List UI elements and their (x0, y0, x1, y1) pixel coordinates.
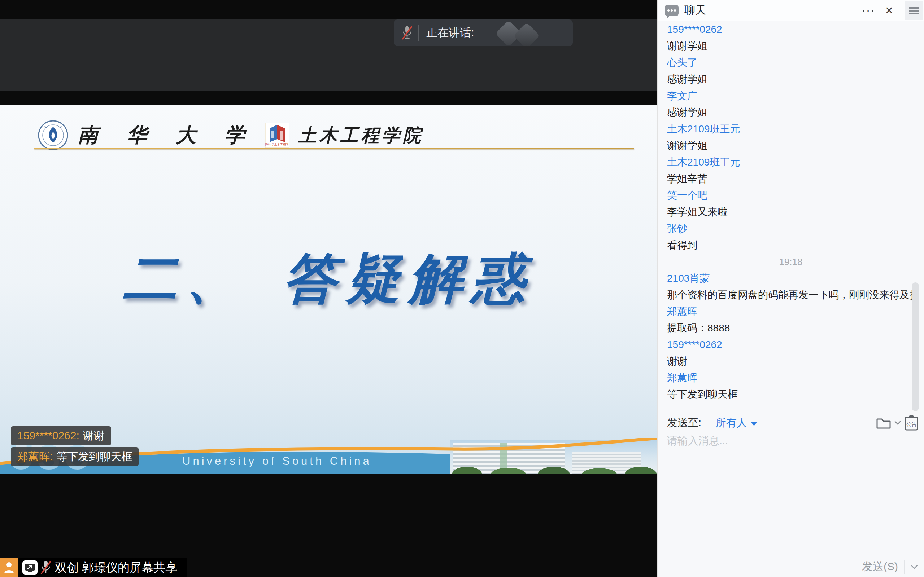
send-button[interactable]: 发送(S) (862, 559, 898, 574)
chat-message-text: 提取码：8888 (667, 320, 914, 337)
chat-sender-name: 土木2109班王元 (667, 121, 914, 137)
slide-header: 南 华 大 学 南华大学土木工程学院 土木工程学院 (37, 120, 424, 151)
chat-sender-name: 郑蕙晖 (667, 370, 914, 386)
slide-title: 二、答疑解惑 (0, 243, 657, 316)
chat-message-text: 感谢学姐 (667, 71, 914, 88)
screen-share-indicator: 双创 郭璟仪的屏幕共享 (0, 558, 187, 577)
overlay-chat-bubble: 郑蕙晖:等下发到聊天框 (11, 447, 139, 466)
divider (904, 560, 905, 574)
chat-message-text: 那个资料的百度网盘的码能再发一下吗，刚刚没来得及扫 (667, 287, 914, 303)
chat-sender-name: 2103肖蒙 (667, 270, 914, 287)
speaking-label: 正在讲话: (426, 25, 474, 40)
chat-message-list[interactable]: 159****0262谢谢学姐心头了感谢学姐李文广感谢学姐土木2109班王元谢谢… (657, 21, 924, 409)
chat-sender-name: 心头了 (667, 55, 914, 71)
chat-message-text: 谢谢 (667, 353, 914, 370)
chat-message-text: 李学姐又来啦 (667, 204, 914, 220)
close-button[interactable]: × (885, 3, 893, 18)
hamburger-icon (909, 10, 919, 11)
college-logo-icon: 南华大学土木工程学院 (265, 122, 289, 148)
caret-down-icon (751, 422, 757, 429)
chat-sender-name: 159****0262 (667, 337, 914, 353)
chevron-down-icon[interactable] (894, 421, 901, 425)
university-emblem-icon (37, 120, 69, 151)
folder-icon[interactable] (876, 416, 892, 430)
chat-title: 聊天 (684, 3, 706, 18)
chat-bubble-icon (665, 5, 678, 16)
send-to-label: 发送至: (667, 416, 701, 430)
panel-menu-button[interactable] (905, 1, 923, 20)
speaking-indicator: 正在讲话: (394, 19, 573, 46)
chat-sender-name: 郑蕙晖 (667, 303, 914, 320)
chat-sender-name: 土木2109班王元 (667, 154, 914, 171)
divider (657, 411, 924, 411)
chat-sender-name: 张钞 (667, 220, 914, 237)
university-banner-text: University of South China (182, 455, 372, 468)
send-row: 发送(S) (862, 559, 918, 574)
chat-sender-name: 李文广 (667, 88, 914, 104)
chat-message-text: 看得到 (667, 237, 914, 253)
college-name: 土木工程学院 (299, 123, 424, 148)
chat-message-text: 等下发到聊天框 (667, 386, 914, 403)
chat-scrollbar[interactable] (912, 282, 919, 411)
person-icon (3, 561, 15, 574)
slide-title-main: 答疑解惑 (283, 246, 535, 310)
message-input[interactable] (667, 432, 914, 449)
chat-message-text: 谢谢学姐 (667, 38, 914, 55)
chat-panel: 聊天 ··· × 159****0262谢谢学姐心头了感谢学姐李文广感谢学姐土木… (657, 0, 924, 577)
divider (418, 24, 419, 41)
chat-message-text: 学姐辛苦 (667, 171, 914, 187)
chat-sender-name: 159****0262 (667, 21, 914, 38)
meeting-window: 正在讲话: 南 华 大 学 (0, 0, 924, 577)
mic-muted-icon (402, 25, 412, 41)
more-options-button[interactable]: ··· (861, 3, 875, 17)
send-to-row: 发送至: 所有人 公告 (667, 413, 919, 433)
recipient-name: 所有人 (716, 416, 747, 430)
chat-sender-name: 笑一个吧 (667, 187, 914, 204)
shared-screen-area: 正在讲话: 南 华 大 学 (0, 0, 657, 577)
college-logo-caption: 南华大学土木工程学院 (265, 143, 289, 146)
slide-title-prefix: 二、 (123, 246, 249, 310)
university-name: 南 华 大 学 (78, 121, 256, 149)
chat-message-text: 感谢学姐 (667, 104, 914, 121)
send-options-chevron-icon[interactable] (910, 564, 918, 569)
meeting-logo-icon (495, 20, 552, 46)
announcement-icon[interactable]: 公告 (904, 415, 919, 431)
chat-header: 聊天 ··· × (657, 0, 924, 21)
mic-muted-icon (40, 561, 51, 575)
share-indicator-label: 双创 郭璟仪的屏幕共享 (55, 560, 177, 576)
overlay-text: 等下发到聊天框 (56, 450, 132, 462)
overlay-text: 谢谢 (83, 429, 105, 442)
recipient-selector[interactable]: 所有人 (716, 416, 757, 430)
overlay-sender: 159****0262: (17, 429, 79, 442)
overlay-sender: 郑蕙晖: (17, 450, 53, 462)
presentation-slide: 南 华 大 学 南华大学土木工程学院 土木工程学院 二、答疑解惑 (0, 105, 657, 474)
announcement-icon-label: 公告 (906, 421, 917, 427)
screen-share-icon (23, 561, 37, 575)
header-rule (34, 148, 634, 149)
presenter-avatar (0, 558, 18, 577)
chat-time-divider: 19:18 (667, 253, 914, 270)
chat-message-text: 谢谢学姐 (667, 137, 914, 154)
overlay-chat-bubble: 159****0262:谢谢 (11, 426, 111, 445)
